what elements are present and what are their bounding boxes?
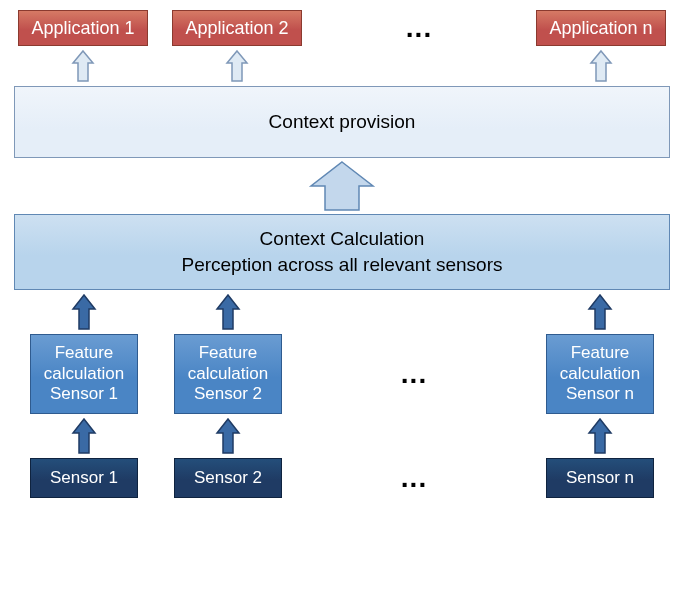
feature-line2: calculation [560,364,640,384]
feature-line1: Feature [199,343,258,363]
ellipsis-text: ... [406,12,432,44]
feature-line2: calculation [188,364,268,384]
feature-line1: Feature [55,343,114,363]
feature-line3: Sensor 1 [50,384,118,404]
context-calculation-box: Context Calculation Perception across al… [14,214,670,290]
svg-marker-5 [217,295,239,329]
ellipsis-text: ... [401,462,427,494]
svg-marker-8 [217,419,239,453]
svg-marker-9 [589,419,611,453]
feature-line3: Sensor 2 [194,384,262,404]
context-provision-label: Context provision [269,111,416,133]
svg-marker-2 [591,51,611,81]
sensors-row: Sensor 1 Sensor 2 ... Sensor n [14,458,670,498]
context-calculation-line1: Context Calculation [260,226,425,252]
arrow-up-icon [225,49,249,83]
svg-marker-3 [311,162,373,210]
feature-box: Feature calculation Sensor 1 [30,334,138,414]
arrow-up-icon [215,293,241,331]
sensor-label: Sensor 1 [50,468,118,488]
svg-marker-6 [589,295,611,329]
applications-row: Application 1 Application 2 ... Applicat… [14,10,670,46]
application-box: Application 2 [172,10,302,46]
arrow-up-icon [71,49,95,83]
arrow-up-icon [589,49,613,83]
application-label: Application n [549,18,652,39]
arrow-up-icon [587,417,613,455]
arrows-to-applications [14,46,670,86]
application-box: Application 1 [18,10,148,46]
svg-marker-0 [73,51,93,81]
svg-marker-4 [73,295,95,329]
arrows-sensor-to-feature [14,414,670,458]
sensor-box: Sensor 2 [174,458,282,498]
arrow-up-icon [71,293,97,331]
context-provision-box: Context provision [14,86,670,158]
ellipsis-text: ... [401,358,427,390]
application-label: Application 1 [31,18,134,39]
svg-marker-7 [73,419,95,453]
context-calculation-line2: Perception across all relevant sensors [181,252,502,278]
arrow-up-icon [215,417,241,455]
feature-line2: calculation [44,364,124,384]
svg-marker-1 [227,51,247,81]
features-row: Feature calculation Sensor 1 Feature cal… [14,334,670,414]
feature-box: Feature calculation Sensor n [546,334,654,414]
arrows-feature-to-calc [14,290,670,334]
feature-line3: Sensor n [566,384,634,404]
feature-line1: Feature [571,343,630,363]
application-box: Application n [536,10,666,46]
arrow-to-provision [14,158,670,214]
application-label: Application 2 [185,18,288,39]
sensor-label: Sensor 2 [194,468,262,488]
big-arrow-up-icon [307,160,377,212]
sensor-box: Sensor 1 [30,458,138,498]
sensor-label: Sensor n [566,468,634,488]
arrow-up-icon [587,293,613,331]
arrow-up-icon [71,417,97,455]
sensor-box: Sensor n [546,458,654,498]
feature-box: Feature calculation Sensor 2 [174,334,282,414]
